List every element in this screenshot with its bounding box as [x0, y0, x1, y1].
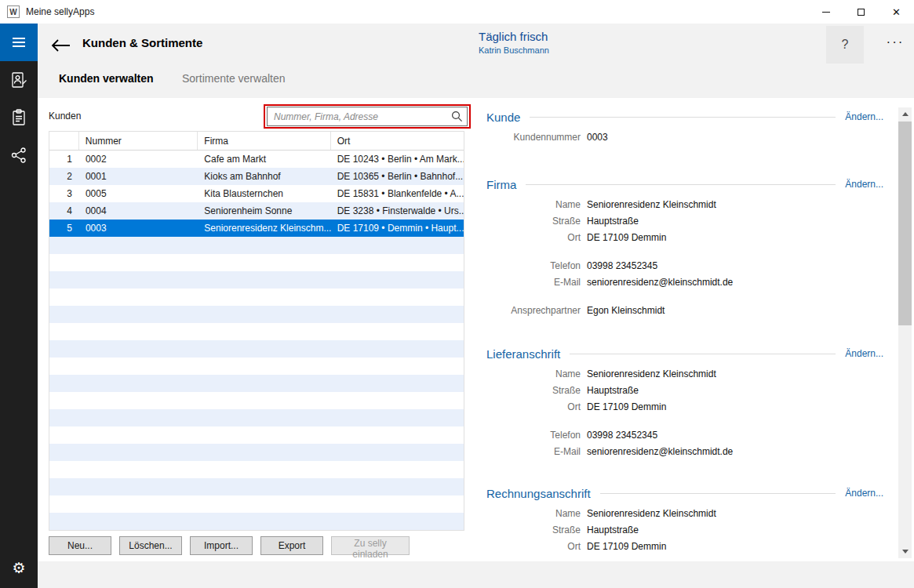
- back-button[interactable]: [46, 31, 75, 60]
- sidebar-item-selly[interactable]: [0, 136, 38, 174]
- more-button[interactable]: ···: [879, 34, 912, 55]
- header: Kunden & Sortimente Täglich frisch Katri…: [38, 24, 914, 98]
- kunde-change-link[interactable]: Ändern...: [845, 111, 883, 122]
- rechnungsanschrift-change-link[interactable]: Ändern...: [845, 488, 883, 499]
- app-icon: W: [7, 5, 20, 18]
- scroll-up-icon: [902, 112, 909, 116]
- back-arrow-icon: [50, 38, 71, 53]
- row-index: 2: [49, 168, 79, 185]
- table-row-selected[interactable]: 5 0003 Seniorenresidenz Kleinschm... DE …: [49, 220, 464, 237]
- field-label: E-Mail: [486, 444, 581, 460]
- field-value: Seniorenresidenz Kleinschmidt: [587, 506, 716, 522]
- cell-ort: DE 10365 • Berlin • Bahnhof...: [331, 168, 464, 185]
- section-divider: [600, 493, 836, 494]
- empty-rows-area: [49, 237, 464, 530]
- hamburger-menu-button[interactable]: [0, 24, 38, 61]
- firma-change-link[interactable]: Ändern...: [845, 179, 883, 190]
- field-label: Straße: [486, 522, 581, 539]
- table-row[interactable]: 4 0004 Seniorenheim Sonne DE 3238 • Fins…: [49, 202, 464, 220]
- section-kunde: Kunde Ändern... Kundennummer 0003: [486, 109, 883, 146]
- cell-firma: Kita Blausternchen: [198, 185, 330, 202]
- neu-button[interactable]: Neu...: [49, 536, 111, 555]
- section-title: Firma: [486, 178, 516, 191]
- loeschen-button[interactable]: Löschen...: [119, 536, 182, 555]
- cell-firma: Cafe am Markt: [198, 151, 330, 168]
- field-value: Egon Kleinschmidt: [587, 303, 665, 319]
- list-panel-label: Kunden: [49, 111, 81, 122]
- field-value: 03998 23452345: [587, 427, 657, 444]
- section-title: Rechnungsanschrift: [486, 487, 591, 500]
- column-header-nummer[interactable]: Nummer: [79, 132, 198, 150]
- field-value: 03998 23452345: [587, 258, 657, 274]
- cell-firma: Seniorenheim Sonne: [198, 202, 330, 220]
- app-icon-glyph: W: [9, 8, 16, 16]
- titlebar: W Meine sellyApps ✕: [0, 0, 914, 24]
- sidebar-item-sortimente[interactable]: [0, 99, 38, 136]
- column-header-firma[interactable]: Firma: [198, 132, 330, 150]
- zu-selly-einladen-button: Zu selly einladen: [331, 536, 410, 555]
- search-input[interactable]: [267, 107, 468, 126]
- field-label: Ansprechpartner: [486, 303, 581, 319]
- field-label: Telefon: [486, 258, 581, 274]
- table-row[interactable]: 1 0002 Cafe am Markt DE 10243 • Berlin •…: [49, 151, 464, 168]
- minimize-icon: [822, 12, 830, 13]
- maximize-button[interactable]: [843, 0, 879, 24]
- field-label: Straße: [486, 383, 581, 399]
- scroll-down-button[interactable]: [898, 545, 912, 558]
- lieferanschrift-change-link[interactable]: Ändern...: [845, 348, 883, 359]
- scroll-down-icon: [902, 550, 909, 554]
- page-title: Kunden & Sortimente: [82, 36, 202, 49]
- detail-panel: Kunde Ändern... Kundennummer 0003 Firma …: [486, 98, 883, 561]
- field-value: DE 17109 Demmin: [587, 539, 666, 555]
- cell-nummer: 0004: [79, 202, 198, 220]
- main-content: Kunden Nummer Firma Ort 1 0002 Cafe am M…: [38, 98, 914, 561]
- column-header-ort[interactable]: Ort: [331, 132, 464, 150]
- field-label: Ort: [486, 539, 581, 555]
- help-button[interactable]: ?: [826, 26, 864, 64]
- table-row[interactable]: 3 0005 Kita Blausternchen DE 15831 • Bla…: [49, 185, 464, 202]
- cell-ort: DE 15831 • Blankenfelde • A...: [331, 185, 464, 202]
- app-window: W Meine sellyApps ✕: [0, 0, 914, 588]
- tab-sortimente-verwalten[interactable]: Sortimente verwalten: [182, 72, 286, 85]
- scrollbar-thumb[interactable]: [898, 122, 912, 325]
- import-button[interactable]: Import...: [190, 536, 253, 555]
- close-button[interactable]: ✕: [879, 0, 914, 24]
- scroll-up-button[interactable]: [898, 107, 912, 121]
- cell-ort: DE 17109 • Demmin • Haupt...: [331, 220, 464, 237]
- section-rechnungsanschrift: Rechnungsanschrift Ändern... Name Senior…: [486, 485, 883, 555]
- section-divider: [530, 117, 836, 118]
- minimize-button[interactable]: [808, 0, 843, 24]
- more-icon: ···: [887, 34, 905, 49]
- account-info: Täglich frisch Katrin Buschmann: [479, 30, 549, 55]
- close-icon: ✕: [892, 6, 901, 18]
- sidebar-item-kunden[interactable]: [0, 61, 38, 99]
- field-label: Name: [486, 506, 581, 522]
- account-user: Katrin Buschmann: [479, 45, 549, 55]
- table-row[interactable]: 2 0001 Kioks am Bahnhof DE 10365 • Berli…: [49, 168, 464, 185]
- field-value: Seniorenresidenz Kleinschmidt: [587, 197, 716, 213]
- field-label: Name: [486, 366, 581, 383]
- field-value: Hauptstraße: [587, 213, 639, 230]
- field-value: Hauptstraße: [587, 522, 639, 539]
- cell-ort: DE 10243 • Berlin • Am Mark...: [331, 151, 464, 168]
- field-value: DE 17109 Demmin: [587, 399, 666, 416]
- tab-kunden-verwalten[interactable]: Kunden verwalten: [59, 72, 154, 85]
- field-label: Ort: [486, 230, 581, 246]
- column-header-index[interactable]: [49, 132, 79, 150]
- row-index: 4: [49, 202, 79, 220]
- field-value: seniorenresidenz@kleinschmidt.de: [587, 444, 733, 460]
- hamburger-menu-icon: [13, 38, 25, 39]
- row-index: 3: [49, 185, 79, 202]
- settings-button[interactable]: ⚙: [0, 552, 38, 583]
- section-title: Kunde: [486, 111, 520, 124]
- field-label: Name: [486, 197, 581, 213]
- field-label: Straße: [486, 213, 581, 230]
- section-divider: [570, 354, 836, 354]
- field-value: seniorenresidenz@kleinschmidt.de: [587, 274, 733, 291]
- account-name: Täglich frisch: [479, 30, 549, 43]
- row-index: 1: [49, 151, 79, 168]
- detail-scrollbar[interactable]: [898, 107, 912, 558]
- row-index: 5: [49, 220, 79, 237]
- cell-firma: Seniorenresidenz Kleinschm...: [198, 220, 330, 237]
- export-button[interactable]: Export: [260, 536, 323, 555]
